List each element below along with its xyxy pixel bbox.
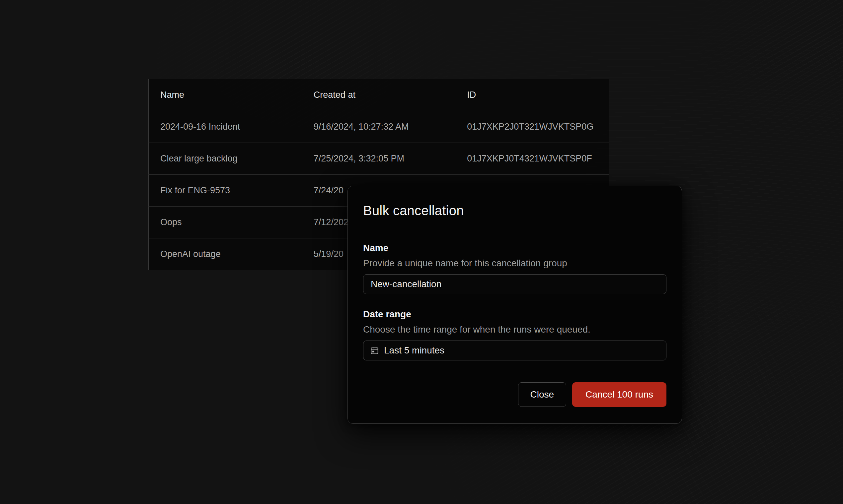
row-name-cell: Clear large backlog xyxy=(149,143,302,175)
table-row[interactable]: 2024-09-16 Incident 9/16/2024, 10:27:32 … xyxy=(149,111,609,143)
column-header-name: Name xyxy=(149,79,302,111)
cancel-runs-button[interactable]: Cancel 100 runs xyxy=(572,382,667,407)
row-name-cell: 2024-09-16 Incident xyxy=(149,111,302,143)
table-header-row: Name Created at ID xyxy=(149,79,609,111)
modal-title: Bulk cancellation xyxy=(363,203,667,218)
row-created-at-cell: 7/25/2024, 3:32:05 PM xyxy=(302,143,455,175)
name-field-label: Name xyxy=(363,242,667,254)
row-name-cell: Fix for ENG-9573 xyxy=(149,175,302,206)
column-header-created-at: Created at xyxy=(302,79,455,111)
name-field-description: Provide a unique name for this cancellat… xyxy=(363,258,667,269)
row-id-cell: 01J7XKP2J0T321WJVKTSP0G xyxy=(455,111,609,143)
row-id-cell: 01J7XKPJ0T4321WJVKTSP0F xyxy=(455,143,609,175)
date-range-label: Date range xyxy=(363,309,667,320)
row-name-cell: Oops xyxy=(149,206,302,238)
column-header-id: ID xyxy=(455,79,609,111)
table-row[interactable]: Clear large backlog 7/25/2024, 3:32:05 P… xyxy=(149,143,609,175)
date-range-description: Choose the time range for when the runs … xyxy=(363,324,667,335)
close-button[interactable]: Close xyxy=(518,382,567,407)
date-range-value: Last 5 minutes xyxy=(384,345,444,356)
date-range-select[interactable]: Last 5 minutes xyxy=(363,341,667,360)
name-input[interactable] xyxy=(363,274,667,294)
row-created-at-cell: 9/16/2024, 10:27:32 AM xyxy=(302,111,455,143)
page-background: Name Created at ID 2024-09-16 Incident 9… xyxy=(0,0,843,504)
row-name-cell: OpenAI outage xyxy=(149,238,302,270)
date-range-field: Date range Choose the time range for whe… xyxy=(363,309,667,360)
calendar-icon xyxy=(370,346,379,355)
name-field: Name Provide a unique name for this canc… xyxy=(363,242,667,294)
bulk-cancellation-modal: Bulk cancellation Name Provide a unique … xyxy=(347,186,682,424)
modal-actions: Close Cancel 100 runs xyxy=(363,382,667,407)
